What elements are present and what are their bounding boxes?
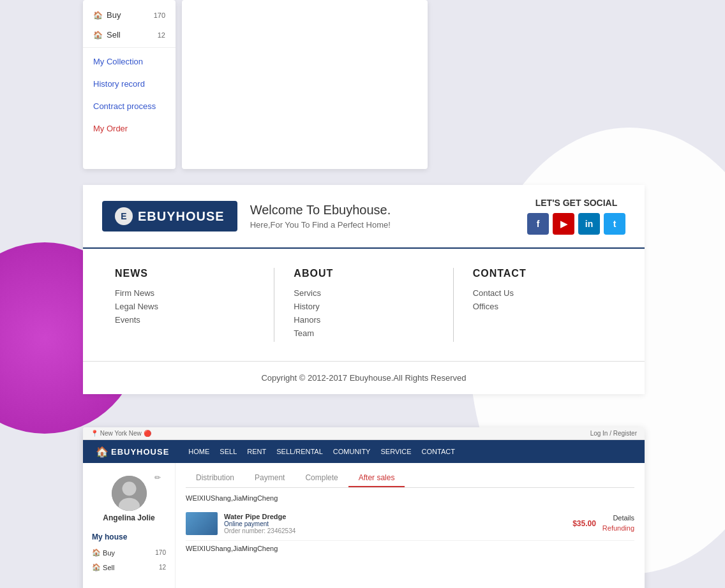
house-sell-icon: 🏠 xyxy=(93,31,103,40)
bottom-navbar: 🏠 EBUYHOUSE HOME SELL RENT SELL/RENTAL C… xyxy=(83,440,645,463)
bottom-sell-label: Sell xyxy=(103,564,114,571)
sidebar-divider xyxy=(83,47,176,48)
events-link[interactable]: Events xyxy=(115,315,242,325)
bottom-buy-icon: 🏠 xyxy=(92,548,101,557)
social-title: LET'S GET SOCIAL xyxy=(527,198,625,208)
legal-news-link[interactable]: Legal News xyxy=(115,302,242,311)
buy-label: Buy xyxy=(107,10,121,20)
footer-contact-col: CONTACT Contact Us Offices xyxy=(473,268,613,342)
my-collection-link[interactable]: My Collection xyxy=(83,50,176,73)
svg-point-1 xyxy=(122,481,136,496)
nav-comunity[interactable]: COMUNITY xyxy=(333,448,371,455)
linkedin-icon[interactable]: in xyxy=(578,213,600,235)
bottom-tabs: Distribution Payment Complete After sale… xyxy=(186,469,634,488)
bottom-card: 📍 New York New 🔴 Log In / Register 🏠 EBU… xyxy=(83,427,645,588)
footer-about-col: ABOUT Servics History Hanors Team xyxy=(294,268,433,342)
social-icons-row: f ▶ in t xyxy=(527,213,625,235)
copyright-text: Copyright © 2012-2017 Ebuyhouse.All Righ… xyxy=(83,362,645,394)
order-subtitle-1: WEIXIUShang,JiaMingCheng xyxy=(186,494,634,502)
contact-heading: CONTACT xyxy=(473,268,600,279)
bottom-sidebar: ✏ Angelina Jolie My house 🏠 Buy 170 🏠 xyxy=(83,463,176,588)
details-label[interactable]: Details xyxy=(602,514,634,522)
sell-badge: 12 xyxy=(158,31,165,39)
footer-divider-2 xyxy=(453,268,454,342)
nav-rent[interactable]: RENT xyxy=(247,448,266,455)
bottom-sell-icon: 🏠 xyxy=(92,563,101,571)
footer-top: E EBUYHOUSE Welcome To Ebuyhouse. Here,F… xyxy=(83,185,645,249)
buy-badge: 170 xyxy=(154,11,165,19)
nav-sell-rental[interactable]: SELL/RENTAL xyxy=(276,448,323,455)
order-payment-method: Online payment xyxy=(224,520,566,527)
youtube-icon[interactable]: ▶ xyxy=(553,213,574,235)
top-main-content xyxy=(182,0,428,169)
order-status: Refunding xyxy=(602,524,634,532)
footer-links: NEWS Firm News Legal News Events ABOUT S… xyxy=(83,249,645,362)
order-price: $35.00 xyxy=(572,519,596,528)
nav-contact[interactable]: CONTACT xyxy=(422,448,455,455)
team-link[interactable]: Team xyxy=(294,328,421,338)
history-record-link[interactable]: History record xyxy=(83,73,176,95)
bottom-logo-text: EBUYHOUSE xyxy=(111,447,169,457)
contact-us-link[interactable]: Contact Us xyxy=(473,288,600,298)
house-buy-icon: 🏠 xyxy=(93,11,103,20)
twitter-icon[interactable]: t xyxy=(604,213,625,235)
tab-distribution[interactable]: Distribution xyxy=(186,469,244,487)
welcome-text-area: Welcome To Ebuyhouse. Here,For You To Fi… xyxy=(250,203,527,230)
news-heading: NEWS xyxy=(115,268,242,279)
bottom-main: Distribution Payment Complete After sale… xyxy=(176,463,645,588)
tab-payment[interactable]: Payment xyxy=(244,469,295,487)
social-section: LET'S GET SOCIAL f ▶ in t xyxy=(527,198,625,235)
order-image xyxy=(186,512,218,535)
order-number: Order number: 23462534 xyxy=(224,527,566,534)
order-details: Details Refunding xyxy=(602,514,634,533)
sidebar-sell-item[interactable]: 🏠 Sell 12 xyxy=(83,25,176,45)
welcome-heading: Welcome To Ebuyhouse. xyxy=(250,203,527,217)
nav-sell[interactable]: SELL xyxy=(220,448,237,455)
bottom-logo-area: 🏠 EBUYHOUSE xyxy=(96,446,169,458)
bottom-buy-badge: 170 xyxy=(155,549,166,556)
about-heading: ABOUT xyxy=(294,268,421,279)
logo-e-circle: E xyxy=(115,207,133,225)
welcome-subtitle: Here,For You To Find a Perfect Home! xyxy=(250,220,527,230)
top-card: 🏠 Buy 170 🏠 Sell 12 My Collection Histor… xyxy=(83,0,632,172)
sell-label: Sell xyxy=(107,30,121,40)
nav-home[interactable]: HOME xyxy=(188,448,209,455)
footer-section: E EBUYHOUSE Welcome To Ebuyhouse. Here,F… xyxy=(83,185,645,394)
tab-complete[interactable]: Complete xyxy=(295,469,348,487)
avatar xyxy=(112,476,147,511)
user-name: Angelina Jolie xyxy=(89,513,168,522)
nav-service[interactable]: SERVICE xyxy=(380,448,411,455)
logo-text: EBUYHOUSE xyxy=(138,209,225,224)
offices-link[interactable]: Offices xyxy=(473,302,600,311)
my-house-label: My house xyxy=(83,529,175,545)
order-info: Water Pipe Dredge Online payment Order n… xyxy=(224,513,566,534)
bottom-buy-label: Buy xyxy=(103,549,115,557)
order-title: Water Pipe Dredge xyxy=(224,513,566,520)
history-link[interactable]: History xyxy=(294,302,421,311)
bottom-sell-badge: 12 xyxy=(159,564,166,571)
footer-divider-1 xyxy=(274,268,274,342)
bottom-buy-item[interactable]: 🏠 Buy 170 xyxy=(83,545,175,560)
bottom-content: ✏ Angelina Jolie My house 🏠 Buy 170 🏠 xyxy=(83,463,645,588)
bottom-logo-house-icon: 🏠 xyxy=(96,446,108,458)
footer-logo: E EBUYHOUSE xyxy=(102,201,237,232)
contract-process-link[interactable]: Contract process xyxy=(83,95,176,117)
bottom-topbar: 📍 New York New 🔴 Log In / Register xyxy=(83,427,645,440)
firm-news-link[interactable]: Firm News xyxy=(115,288,242,298)
hanors-link[interactable]: Hanors xyxy=(294,315,421,325)
servics-link[interactable]: Servics xyxy=(294,288,421,298)
location-info: 📍 New York New 🔴 xyxy=(91,430,151,437)
sidebar-buy-item[interactable]: 🏠 Buy 170 xyxy=(83,5,176,25)
bottom-sell-item[interactable]: 🏠 Sell 12 xyxy=(83,560,175,575)
order-subtitle-2: WEIXIUShang,JiaMingCheng xyxy=(186,545,634,552)
bottom-nav-links: HOME SELL RENT SELL/RENTAL COMUNITY SERV… xyxy=(188,448,632,455)
tab-after-sales[interactable]: After sales xyxy=(348,469,405,487)
sidebar-panel: 🏠 Buy 170 🏠 Sell 12 My Collection Histor… xyxy=(83,0,176,169)
footer-news-col: NEWS Firm News Legal News Events xyxy=(115,268,255,342)
my-order-link[interactable]: My Order xyxy=(83,117,176,140)
avatar-area: ✏ Angelina Jolie xyxy=(83,469,175,529)
login-register[interactable]: Log In / Register xyxy=(590,430,637,437)
order-row: Water Pipe Dredge Online payment Order n… xyxy=(186,507,634,541)
edit-icon[interactable]: ✏ xyxy=(154,473,161,482)
facebook-icon[interactable]: f xyxy=(527,213,549,235)
